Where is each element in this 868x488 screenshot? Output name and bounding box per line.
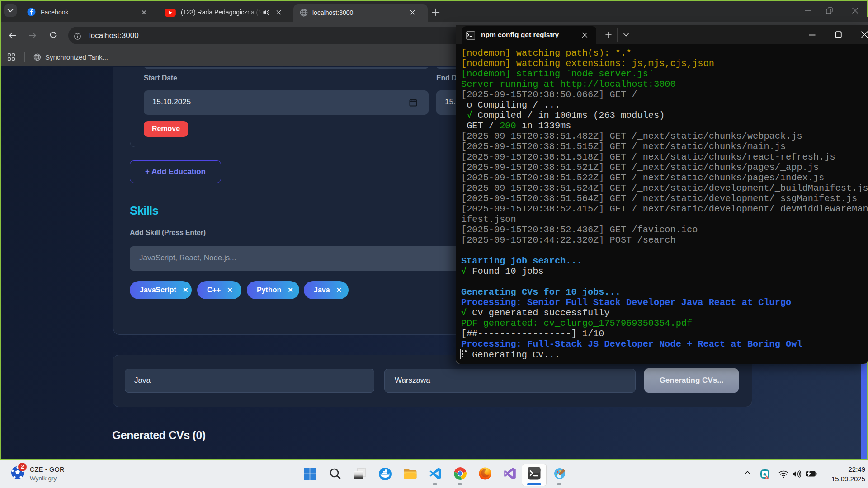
svg-text:e: e [763,471,766,478]
